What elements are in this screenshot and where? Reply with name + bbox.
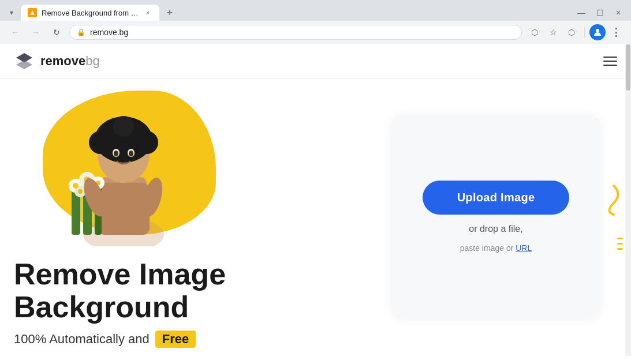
- logo-name: remove: [40, 54, 85, 68]
- url-link[interactable]: URL: [516, 243, 532, 253]
- headline-line2: Background: [14, 291, 375, 324]
- browser-chrome: ▾ Remove Background from Im... × + — ☐ ×…: [0, 0, 631, 44]
- tab-close-button[interactable]: ×: [143, 8, 152, 17]
- main-content: Remove Image Background 100% Automatical…: [0, 79, 631, 354]
- divider: [584, 27, 585, 38]
- site-nav: removebg: [0, 44, 631, 79]
- new-tab-button[interactable]: +: [162, 5, 178, 21]
- hamburger-menu[interactable]: [603, 57, 617, 66]
- logo-icon: [14, 51, 35, 72]
- extensions-button[interactable]: ⬡: [563, 24, 580, 40]
- subheadline-text: 100% Automatically and: [14, 332, 150, 347]
- maximize-button[interactable]: ☐: [592, 5, 608, 21]
- svg-marker-0: [30, 10, 35, 15]
- hamburger-line-2: [603, 61, 617, 62]
- svg-point-1: [596, 29, 599, 32]
- forward-button[interactable]: →: [28, 24, 44, 40]
- svg-marker-3: [16, 60, 32, 69]
- tab-list-button[interactable]: ▾: [5, 6, 18, 20]
- scrollbar-thumb[interactable]: [626, 44, 630, 91]
- screenshot-button[interactable]: ⬡: [527, 24, 543, 40]
- headline: Remove Image Background: [14, 258, 375, 324]
- hamburger-line-3: [603, 65, 617, 66]
- hero-image-container: [14, 85, 256, 246]
- free-badge: Free: [155, 331, 196, 348]
- svg-point-26: [73, 183, 79, 189]
- tab-bar: ▾ Remove Background from Im... × + — ☐ ×: [0, 0, 631, 21]
- svg-point-29: [78, 189, 83, 194]
- drop-text: or drop a file,: [469, 224, 522, 234]
- scrollbar[interactable]: [625, 44, 631, 356]
- hamburger-line-1: [603, 57, 617, 58]
- left-side: Remove Image Background 100% Automatical…: [14, 79, 375, 354]
- close-button[interactable]: ×: [610, 5, 626, 21]
- deco-line-1: [617, 238, 623, 239]
- browser-controls: ← → ↻ 🔒 remove.bg ⬡ ☆ ⬡ ⋮: [0, 21, 631, 44]
- headline-line1: Remove Image: [14, 258, 375, 291]
- subheadline: 100% Automatically and Free: [14, 331, 375, 348]
- logo[interactable]: removebg: [14, 51, 100, 72]
- paste-text: paste image or URL: [460, 243, 532, 253]
- yellow-curl-decoration: [591, 183, 619, 217]
- logo-suffix: bg: [85, 54, 99, 68]
- svg-point-17: [114, 151, 118, 156]
- svg-point-14: [113, 116, 134, 137]
- svg-point-18: [129, 151, 133, 156]
- bookmark-button[interactable]: ☆: [545, 24, 561, 40]
- hero-person-image: [37, 85, 210, 246]
- logo-text: removebg: [40, 54, 100, 69]
- menu-button[interactable]: ⋮: [608, 24, 624, 40]
- minimize-button[interactable]: —: [573, 5, 589, 21]
- yellow-lines-decoration: [617, 238, 623, 250]
- website-content: removebg: [0, 44, 631, 356]
- deco-line-3: [617, 248, 623, 250]
- profile-button[interactable]: [589, 24, 606, 40]
- window-controls: — ☐ ×: [569, 5, 626, 21]
- tab-favicon: [28, 8, 37, 17]
- upload-image-button[interactable]: Upload Image: [423, 181, 570, 215]
- active-tab[interactable]: Remove Background from Im... ×: [21, 5, 159, 21]
- refresh-button[interactable]: ↻: [48, 24, 65, 40]
- toolbar-actions: ⬡ ☆ ⬡ ⋮: [527, 24, 624, 40]
- deco-line-2: [617, 243, 623, 245]
- back-button[interactable]: ←: [7, 24, 23, 40]
- right-side: Upload Image or drop a file, paste image…: [375, 79, 617, 354]
- paste-label: paste image or: [460, 243, 514, 253]
- lock-icon: 🔒: [77, 28, 85, 36]
- address-bar[interactable]: 🔒 remove.bg: [69, 25, 522, 40]
- tab-title: Remove Background from Im...: [42, 9, 139, 17]
- svg-rect-6: [98, 183, 150, 235]
- url-text: remove.bg: [90, 28, 514, 37]
- upload-card: Upload Image or drop a file, paste image…: [392, 115, 600, 317]
